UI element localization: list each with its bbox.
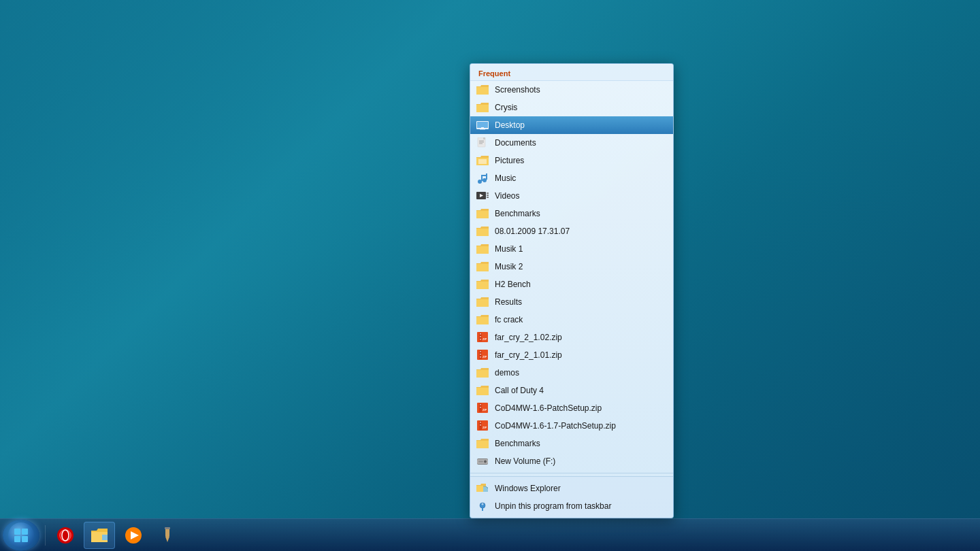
svg-marker-68 — [165, 537, 169, 542]
menu-item-musik2[interactable]: Musik 2 — [470, 258, 673, 276]
item-label: Crysis — [495, 103, 517, 112]
folder-icon — [476, 437, 489, 450]
svg-point-56 — [482, 503, 484, 505]
svg-rect-24 — [480, 337, 481, 339]
zip-icon: ZIP — [476, 331, 489, 344]
folder-icon — [476, 295, 489, 309]
folder-icon — [476, 260, 489, 273]
menu-item-cod4mw-zip1[interactable]: ZIP CoD4MW-1.6-PatchSetup.zip — [470, 399, 673, 417]
menu-item-benchmarks1[interactable]: Benchmarks — [470, 205, 673, 222]
media-player-icon — [124, 526, 143, 545]
svg-rect-30 — [480, 352, 481, 354]
menu-items-list: Screenshots Crysis Desktop — [470, 81, 673, 470]
svg-rect-39 — [480, 407, 481, 408]
svg-text:ZIP: ZIP — [483, 426, 487, 429]
taskbar-btn-media-player[interactable] — [118, 522, 149, 549]
svg-rect-69 — [165, 527, 170, 529]
svg-rect-12 — [486, 173, 487, 180]
menu-item-pictures[interactable]: Pictures — [470, 152, 673, 169]
menu-item-date-folder[interactable]: 08.01.2009 17.31.07 — [470, 222, 673, 240]
item-label: Pictures — [495, 156, 524, 165]
menu-item-new-volume[interactable]: New Volume (F:) — [470, 452, 673, 470]
menu-item-far-cry-zip2[interactable]: ZIP far_cry_2_1.01.zip — [470, 346, 673, 364]
folder-icon — [476, 224, 489, 238]
taskbar — [0, 518, 980, 551]
start-orb — [8, 522, 34, 548]
svg-rect-47 — [480, 426, 481, 427]
taskbar-btn-opera[interactable] — [50, 522, 81, 549]
folder-icon — [476, 366, 489, 380]
menu-item-cod4[interactable]: Call of Duty 4 — [470, 382, 673, 399]
menu-item-videos[interactable]: Videos — [470, 187, 673, 205]
menu-action-windows-explorer[interactable]: Windows Explorer — [470, 480, 673, 497]
svg-rect-3 — [481, 127, 484, 129]
svg-text:ZIP: ZIP — [483, 408, 487, 412]
svg-rect-44 — [480, 422, 481, 423]
svg-rect-18 — [487, 197, 489, 198]
menu-item-screenshots[interactable]: Screenshots — [470, 81, 673, 99]
svg-rect-25 — [480, 339, 481, 340]
menu-item-demos[interactable]: demos — [470, 364, 673, 382]
svg-rect-16 — [487, 193, 489, 194]
item-label: Music — [495, 173, 516, 183]
menu-item-musik1[interactable]: Musik 1 — [470, 240, 673, 258]
desktop-folder-icon — [476, 118, 489, 132]
menu-item-documents[interactable]: Documents — [470, 134, 673, 152]
folder-icon — [476, 207, 489, 220]
item-label: far_cry_2_1.01.zip — [495, 350, 562, 360]
menu-item-h2bench[interactable]: H2 Bench — [470, 276, 673, 293]
menu-item-music[interactable]: Music — [470, 169, 673, 187]
svg-rect-22 — [480, 335, 481, 336]
svg-text:ZIP: ZIP — [483, 337, 487, 341]
svg-rect-1 — [477, 122, 488, 128]
menu-item-far-cry-zip1[interactable]: ZIP far_cry_2_1.02.zip — [470, 329, 673, 346]
item-label: H2 Bench — [495, 280, 531, 289]
folder-icon — [476, 384, 489, 397]
explorer-icon — [476, 482, 489, 495]
item-label: Desktop — [495, 120, 525, 130]
svg-rect-17 — [487, 195, 489, 196]
svg-rect-64 — [102, 535, 108, 540]
taskbar-btn-tool[interactable] — [152, 522, 183, 549]
svg-rect-38 — [480, 405, 481, 407]
item-label: Results — [495, 297, 522, 307]
menu-action-unpin[interactable]: Unpin this program from taskbar — [470, 497, 673, 515]
menu-item-cod4mw-zip2[interactable]: ZIP CoD4MW-1.6-1.7-PatchSetup.zip — [470, 417, 673, 435]
svg-rect-2 — [480, 129, 485, 130]
folder-icon — [476, 83, 489, 97]
svg-point-51 — [484, 461, 487, 463]
item-label: Screenshots — [495, 85, 540, 95]
menu-item-desktop[interactable]: Desktop — [470, 116, 673, 134]
windows-logo-icon — [14, 528, 29, 543]
item-label: New Volume (F:) — [495, 456, 555, 466]
item-label: Videos — [495, 191, 519, 201]
menu-item-benchmarks2[interactable]: Benchmarks — [470, 435, 673, 452]
zip-icon: ZIP — [476, 419, 489, 433]
menu-item-results[interactable]: Results — [470, 293, 673, 311]
taskbar-separator — [45, 525, 46, 546]
item-label: demos — [495, 368, 519, 378]
music-icon — [476, 171, 489, 185]
svg-rect-37 — [480, 404, 481, 405]
pin-icon — [476, 499, 489, 513]
folder-icon — [476, 242, 489, 256]
menu-item-fc-crack[interactable]: fc crack — [470, 311, 673, 329]
item-label: Benchmarks — [495, 439, 540, 448]
documents-icon — [476, 136, 489, 150]
folder-icon — [476, 313, 489, 327]
item-label: Musik 1 — [495, 244, 523, 254]
svg-rect-29 — [480, 351, 481, 352]
taskbar-btn-explorer[interactable] — [84, 522, 115, 549]
pictures-folder-icon — [476, 154, 489, 167]
file-explorer-icon — [90, 526, 109, 545]
start-button[interactable] — [3, 520, 39, 551]
tool-icon — [158, 526, 177, 545]
item-label: 08.01.2009 17.31.07 — [495, 227, 570, 236]
item-label: far_cry_2_1.02.zip — [495, 333, 562, 342]
drive-icon — [476, 454, 489, 468]
videos-icon — [476, 189, 489, 203]
item-label: CoD4MW-1.6-1.7-PatchSetup.zip — [495, 421, 616, 431]
menu-item-crysis[interactable]: Crysis — [470, 99, 673, 116]
item-label: Benchmarks — [495, 209, 540, 218]
zip-icon: ZIP — [476, 401, 489, 415]
